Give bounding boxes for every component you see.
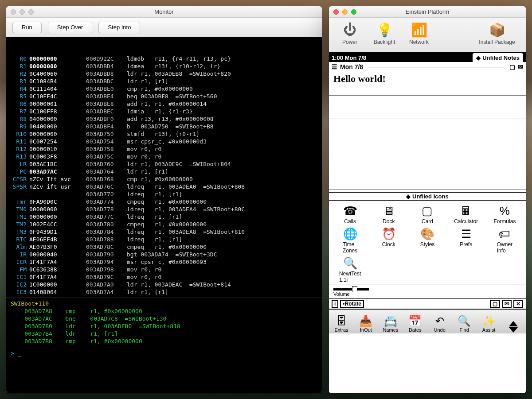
dock-icon: 🖥 (380, 203, 398, 218)
styles-icon: 🎨 (419, 226, 436, 241)
app-formulas[interactable]: %Formulas (485, 203, 524, 225)
clock-icon: ⏰ (380, 226, 398, 241)
names-icon: 📇 (384, 315, 397, 327)
dock-dates[interactable]: 📅Dates (404, 315, 426, 333)
maximize-icon[interactable] (351, 9, 356, 15)
einstein-titlebar[interactable]: Einstein Platform (329, 6, 526, 18)
app-card[interactable]: ▢Card (408, 203, 446, 225)
app-dock[interactable]: 🖥Dock (369, 203, 408, 225)
volume-label: Volume (333, 291, 350, 297)
mail-button[interactable]: ✉ (502, 300, 512, 308)
calls-icon: ☎ (341, 203, 359, 218)
app-label: Styles (420, 241, 435, 248)
network-label: Network (409, 39, 429, 45)
close-icon[interactable] (333, 9, 339, 15)
extras-icon: 🗄 (336, 315, 347, 327)
backlight-button[interactable]: 💡 Backlight (368, 20, 401, 45)
ruled-lines (329, 72, 526, 192)
status-time: 1:00 Mon 7/8 (332, 54, 366, 61)
einstein-window: Einstein Platform ⏻ Power 💡 Backlight 📶 … (329, 6, 526, 393)
note-icon: ☰ (332, 63, 337, 70)
close-icon[interactable] (11, 9, 16, 15)
install-package-label: Install Package (479, 39, 515, 45)
einstein-toolbar: ⏻ Power 💡 Backlight 📶 Network 📦 Install … (329, 18, 526, 52)
note-header[interactable]: ☰ Mon 7/8 ▢ ✉ (329, 62, 526, 72)
minimize-icon[interactable] (20, 9, 25, 15)
app-newttest[interactable]: 🔍NewtTest1.1i (331, 256, 369, 283)
note-text: Hello world! (333, 73, 386, 85)
network-button[interactable]: 📶 Network (403, 20, 435, 45)
monitor-titlebar[interactable]: Monitor (6, 6, 322, 18)
app-owner[interactable]: 🏷OwnerInfo (485, 226, 524, 254)
app-calculator[interactable]: 🖩Calculator (447, 203, 485, 225)
app-calls[interactable]: ☎Calls (331, 203, 369, 225)
app-label: Calls (344, 218, 356, 225)
scroll-down-icon[interactable] (509, 327, 518, 333)
volume-control: Volume (329, 284, 526, 298)
maximize-icon[interactable] (28, 9, 34, 15)
inout-icon: 📥 (359, 315, 372, 327)
dock-label: Assist (482, 327, 495, 333)
folder-icon[interactable]: ▢ (509, 63, 515, 70)
newttest-icon: 🔍 (341, 256, 359, 271)
dock-assist[interactable]: ✨Assist (478, 315, 500, 333)
dock-find[interactable]: 🔍Find (454, 315, 475, 333)
calculator-icon: 🖩 (457, 203, 475, 218)
owner-icon: 🏷 (496, 226, 513, 241)
volume-thumb[interactable] (352, 286, 357, 292)
dock-extras[interactable]: 🗄Extras (331, 315, 352, 333)
app-label: Calculator (454, 218, 478, 225)
app-prefs[interactable]: ☰Prefs (447, 226, 485, 254)
install-package-button[interactable]: 📦 Install Package (473, 20, 521, 45)
note-paper[interactable]: Hello world! (329, 72, 526, 192)
monitor-toolbar: Run Step Over Step Into (6, 18, 322, 37)
power-label: Power (342, 39, 357, 45)
find-icon: 🔍 (458, 315, 471, 327)
dock-undo[interactable]: ↶Undo (429, 315, 450, 333)
monitor-window: Monitor Run Step Over Step Into R0000000… (6, 6, 322, 393)
minimize-icon[interactable] (342, 9, 348, 15)
mid-bar: i •Rotate ▢ ✉ ✕ (329, 298, 526, 310)
assist-icon: ✨ (482, 315, 496, 327)
app-styles[interactable]: 🎨Styles (408, 226, 446, 254)
dock-names[interactable]: 📇Names (380, 315, 401, 333)
lightbulb-icon: 💡 (375, 20, 394, 39)
power-button[interactable]: ⏻ Power (333, 20, 366, 45)
prefs-icon: ☰ (457, 226, 475, 241)
app-label: Prefs (460, 241, 472, 248)
close-button[interactable]: ✕ (513, 300, 523, 308)
volume-slider[interactable] (333, 288, 369, 291)
newton-screen: 1:00 Mon 7/8 ◆ Unfiled Notes ☰ Mon 7/8 ▢… (329, 52, 526, 393)
folder-tab[interactable]: ◆ Unfiled Notes (473, 53, 523, 62)
rotate-button[interactable]: •Rotate (340, 300, 364, 308)
info-button[interactable]: i (332, 300, 338, 308)
folder-button[interactable]: ▢ (490, 300, 500, 308)
newton-status-bar: 1:00 Mon 7/8 ◆ Unfiled Notes (329, 53, 526, 62)
app-label: Card (422, 218, 433, 225)
dock-label: Dates (409, 327, 422, 333)
app-timezones[interactable]: 🌐TimeZones (331, 226, 369, 254)
app-drawer: ☎Calls🖥Dock▢Card🖩Calculator%Formulas🌐Tim… (329, 201, 526, 284)
drawer-title[interactable]: ◆ Unfiled Icons (329, 192, 526, 201)
newton-dock: 🗄Extras📥InOut📇Names📅Dates↶Undo🔍Find✨Assi… (329, 310, 526, 333)
undo-icon: ↶ (435, 315, 444, 327)
power-icon: ⏻ (340, 20, 359, 39)
dates-icon: 📅 (408, 315, 422, 327)
dock-label: Undo (434, 327, 446, 333)
monitor-terminal[interactable]: R000000000000D922Cldmdb r11, {r4-r11, r1… (6, 37, 322, 393)
dock-label: InOut (360, 327, 372, 333)
folder-tab-label: Unfiled Notes (482, 54, 520, 61)
note-date: Mon 7/8 (340, 63, 363, 70)
timezones-icon: 🌐 (341, 226, 359, 241)
envelope-icon[interactable]: ✉ (518, 63, 523, 70)
app-label: NewtTest1.1i (339, 271, 361, 283)
scroll-up-icon[interactable] (509, 321, 518, 326)
step-into-button[interactable]: Step Into (98, 22, 140, 33)
app-clock[interactable]: ⏰Clock (369, 226, 408, 254)
run-button[interactable]: Run (12, 22, 42, 33)
step-over-button[interactable]: Step Over (48, 22, 93, 33)
monitor-title: Monitor (6, 8, 322, 15)
dock-inout[interactable]: 📥InOut (355, 315, 376, 333)
dock-label: Extras (334, 327, 348, 333)
app-label: TimeZones (343, 241, 357, 254)
